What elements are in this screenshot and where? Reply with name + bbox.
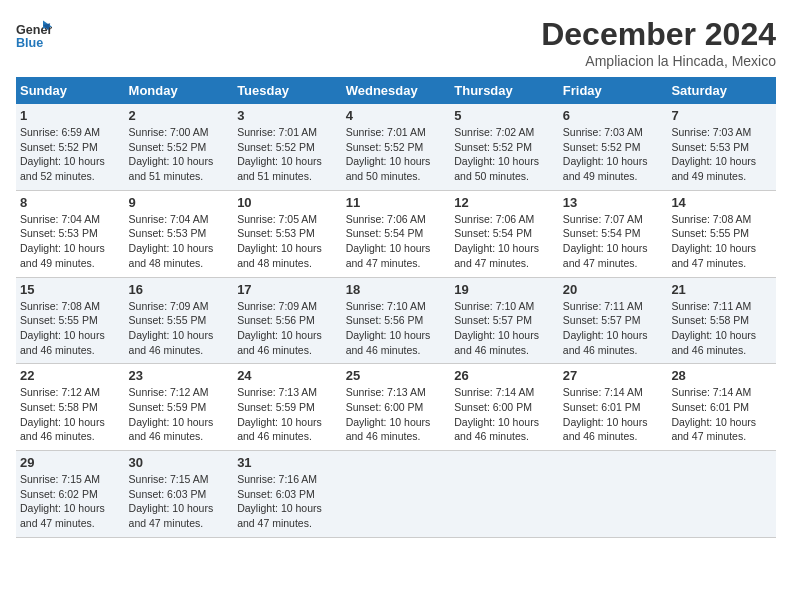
day-number: 23 [129, 368, 230, 383]
col-wednesday: Wednesday [342, 77, 451, 104]
calendar-table: Sunday Monday Tuesday Wednesday Thursday… [16, 77, 776, 538]
day-number: 27 [563, 368, 664, 383]
calendar-cell [342, 451, 451, 538]
calendar-header: Sunday Monday Tuesday Wednesday Thursday… [16, 77, 776, 104]
logo-icon: General Blue [16, 16, 52, 52]
day-details: Sunrise: 7:14 AMSunset: 6:01 PMDaylight:… [563, 386, 648, 442]
day-details: Sunrise: 7:03 AMSunset: 5:53 PMDaylight:… [671, 126, 756, 182]
day-details: Sunrise: 7:06 AMSunset: 5:54 PMDaylight:… [346, 213, 431, 269]
day-details: Sunrise: 7:14 AMSunset: 6:01 PMDaylight:… [671, 386, 756, 442]
day-details: Sunrise: 7:08 AMSunset: 5:55 PMDaylight:… [20, 300, 105, 356]
calendar-cell: 14 Sunrise: 7:08 AMSunset: 5:55 PMDaylig… [667, 190, 776, 277]
day-number: 18 [346, 282, 447, 297]
day-details: Sunrise: 7:05 AMSunset: 5:53 PMDaylight:… [237, 213, 322, 269]
day-details: Sunrise: 7:04 AMSunset: 5:53 PMDaylight:… [129, 213, 214, 269]
day-number: 5 [454, 108, 555, 123]
calendar-cell: 4 Sunrise: 7:01 AMSunset: 5:52 PMDayligh… [342, 104, 451, 190]
day-number: 8 [20, 195, 121, 210]
month-title: December 2024 [541, 16, 776, 53]
calendar-cell: 16 Sunrise: 7:09 AMSunset: 5:55 PMDaylig… [125, 277, 234, 364]
day-details: Sunrise: 7:04 AMSunset: 5:53 PMDaylight:… [20, 213, 105, 269]
day-number: 22 [20, 368, 121, 383]
day-details: Sunrise: 7:10 AMSunset: 5:57 PMDaylight:… [454, 300, 539, 356]
calendar-cell: 18 Sunrise: 7:10 AMSunset: 5:56 PMDaylig… [342, 277, 451, 364]
calendar-cell [450, 451, 559, 538]
day-number: 15 [20, 282, 121, 297]
day-number: 2 [129, 108, 230, 123]
day-details: Sunrise: 7:12 AMSunset: 5:58 PMDaylight:… [20, 386, 105, 442]
day-details: Sunrise: 7:09 AMSunset: 5:56 PMDaylight:… [237, 300, 322, 356]
day-details: Sunrise: 7:13 AMSunset: 5:59 PMDaylight:… [237, 386, 322, 442]
day-number: 10 [237, 195, 338, 210]
day-number: 24 [237, 368, 338, 383]
day-number: 26 [454, 368, 555, 383]
calendar-cell: 12 Sunrise: 7:06 AMSunset: 5:54 PMDaylig… [450, 190, 559, 277]
day-number: 20 [563, 282, 664, 297]
calendar-week-row: 22 Sunrise: 7:12 AMSunset: 5:58 PMDaylig… [16, 364, 776, 451]
calendar-cell: 15 Sunrise: 7:08 AMSunset: 5:55 PMDaylig… [16, 277, 125, 364]
col-sunday: Sunday [16, 77, 125, 104]
logo: General Blue [16, 16, 52, 52]
calendar-cell: 20 Sunrise: 7:11 AMSunset: 5:57 PMDaylig… [559, 277, 668, 364]
day-number: 11 [346, 195, 447, 210]
day-details: Sunrise: 7:00 AMSunset: 5:52 PMDaylight:… [129, 126, 214, 182]
day-number: 14 [671, 195, 772, 210]
day-number: 1 [20, 108, 121, 123]
day-details: Sunrise: 7:08 AMSunset: 5:55 PMDaylight:… [671, 213, 756, 269]
day-number: 29 [20, 455, 121, 470]
calendar-cell: 11 Sunrise: 7:06 AMSunset: 5:54 PMDaylig… [342, 190, 451, 277]
day-details: Sunrise: 7:07 AMSunset: 5:54 PMDaylight:… [563, 213, 648, 269]
col-monday: Monday [125, 77, 234, 104]
col-saturday: Saturday [667, 77, 776, 104]
calendar-cell: 26 Sunrise: 7:14 AMSunset: 6:00 PMDaylig… [450, 364, 559, 451]
page-header: General Blue December 2024 Ampliacion la… [16, 16, 776, 69]
day-number: 7 [671, 108, 772, 123]
calendar-week-row: 29 Sunrise: 7:15 AMSunset: 6:02 PMDaylig… [16, 451, 776, 538]
day-details: Sunrise: 7:06 AMSunset: 5:54 PMDaylight:… [454, 213, 539, 269]
day-details: Sunrise: 7:10 AMSunset: 5:56 PMDaylight:… [346, 300, 431, 356]
day-details: Sunrise: 7:11 AMSunset: 5:57 PMDaylight:… [563, 300, 648, 356]
day-details: Sunrise: 7:14 AMSunset: 6:00 PMDaylight:… [454, 386, 539, 442]
day-number: 16 [129, 282, 230, 297]
calendar-cell: 1 Sunrise: 6:59 AMSunset: 5:52 PMDayligh… [16, 104, 125, 190]
day-number: 4 [346, 108, 447, 123]
calendar-cell: 25 Sunrise: 7:13 AMSunset: 6:00 PMDaylig… [342, 364, 451, 451]
calendar-cell: 22 Sunrise: 7:12 AMSunset: 5:58 PMDaylig… [16, 364, 125, 451]
day-details: Sunrise: 7:15 AMSunset: 6:03 PMDaylight:… [129, 473, 214, 529]
day-details: Sunrise: 7:16 AMSunset: 6:03 PMDaylight:… [237, 473, 322, 529]
day-number: 13 [563, 195, 664, 210]
day-details: Sunrise: 7:13 AMSunset: 6:00 PMDaylight:… [346, 386, 431, 442]
calendar-cell: 31 Sunrise: 7:16 AMSunset: 6:03 PMDaylig… [233, 451, 342, 538]
day-details: Sunrise: 7:15 AMSunset: 6:02 PMDaylight:… [20, 473, 105, 529]
day-number: 6 [563, 108, 664, 123]
day-number: 3 [237, 108, 338, 123]
calendar-body: 1 Sunrise: 6:59 AMSunset: 5:52 PMDayligh… [16, 104, 776, 537]
calendar-week-row: 1 Sunrise: 6:59 AMSunset: 5:52 PMDayligh… [16, 104, 776, 190]
calendar-cell: 2 Sunrise: 7:00 AMSunset: 5:52 PMDayligh… [125, 104, 234, 190]
col-thursday: Thursday [450, 77, 559, 104]
calendar-cell [667, 451, 776, 538]
calendar-cell: 7 Sunrise: 7:03 AMSunset: 5:53 PMDayligh… [667, 104, 776, 190]
calendar-cell: 5 Sunrise: 7:02 AMSunset: 5:52 PMDayligh… [450, 104, 559, 190]
col-tuesday: Tuesday [233, 77, 342, 104]
day-details: Sunrise: 7:09 AMSunset: 5:55 PMDaylight:… [129, 300, 214, 356]
day-number: 30 [129, 455, 230, 470]
calendar-cell: 10 Sunrise: 7:05 AMSunset: 5:53 PMDaylig… [233, 190, 342, 277]
day-details: Sunrise: 7:02 AMSunset: 5:52 PMDaylight:… [454, 126, 539, 182]
location-subtitle: Ampliacion la Hincada, Mexico [541, 53, 776, 69]
calendar-cell: 6 Sunrise: 7:03 AMSunset: 5:52 PMDayligh… [559, 104, 668, 190]
calendar-cell: 17 Sunrise: 7:09 AMSunset: 5:56 PMDaylig… [233, 277, 342, 364]
calendar-cell: 27 Sunrise: 7:14 AMSunset: 6:01 PMDaylig… [559, 364, 668, 451]
calendar-cell: 13 Sunrise: 7:07 AMSunset: 5:54 PMDaylig… [559, 190, 668, 277]
day-details: Sunrise: 7:01 AMSunset: 5:52 PMDaylight:… [237, 126, 322, 182]
day-details: Sunrise: 7:01 AMSunset: 5:52 PMDaylight:… [346, 126, 431, 182]
day-number: 9 [129, 195, 230, 210]
day-number: 17 [237, 282, 338, 297]
day-details: Sunrise: 6:59 AMSunset: 5:52 PMDaylight:… [20, 126, 105, 182]
calendar-cell: 19 Sunrise: 7:10 AMSunset: 5:57 PMDaylig… [450, 277, 559, 364]
col-friday: Friday [559, 77, 668, 104]
calendar-cell: 24 Sunrise: 7:13 AMSunset: 5:59 PMDaylig… [233, 364, 342, 451]
calendar-cell: 9 Sunrise: 7:04 AMSunset: 5:53 PMDayligh… [125, 190, 234, 277]
day-number: 31 [237, 455, 338, 470]
calendar-week-row: 15 Sunrise: 7:08 AMSunset: 5:55 PMDaylig… [16, 277, 776, 364]
